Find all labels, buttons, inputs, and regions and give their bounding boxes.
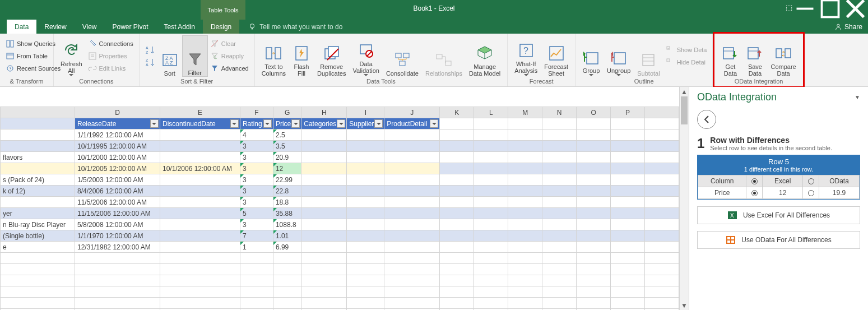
manage-data-model-button[interactable]: Manage Data Model	[466, 35, 504, 77]
odata-header-radio[interactable]	[808, 178, 814, 184]
table-row[interactable]: s (Pack of 24)1/5/2003 12:00:00 AM322.99	[1, 174, 679, 186]
sort-button[interactable]: Z AA Z Sort	[157, 35, 182, 77]
table-row[interactable]: 10/1/2005 12:00:00 AM10/1/2006 12:00:00 …	[1, 163, 679, 174]
column-header[interactable]: N	[542, 107, 577, 118]
recent-sources-button[interactable]: Recent Sources	[3, 62, 50, 75]
odata-value-radio[interactable]	[808, 190, 814, 196]
table-row[interactable]: 10/1/1995 12:00:00 AM33.5	[1, 141, 679, 152]
table-header[interactable]: DiscontinuedDate	[160, 118, 240, 129]
svg-text:A: A	[146, 46, 148, 50]
column-header[interactable]: J	[384, 107, 440, 118]
forecast-sheet-button[interactable]: Forecast Sheet	[541, 35, 572, 77]
remove-duplicates-button[interactable]: Remove Duplicates	[314, 35, 349, 77]
filter-dropdown-icon[interactable]	[337, 119, 345, 128]
minimize-button[interactable]	[792, 0, 818, 17]
remove-duplicates-label: Remove Duplicates	[317, 63, 346, 77]
filter-dropdown-icon[interactable]	[230, 119, 239, 128]
compare-data-button[interactable]: Compare Data	[767, 35, 799, 77]
share-button[interactable]: Share	[834, 20, 862, 34]
close-button[interactable]	[843, 0, 868, 17]
table-row[interactable]: 11/5/2006 12:00:00 AM318.8	[1, 197, 679, 208]
svg-rect-40	[587, 53, 598, 64]
table-row[interactable]: (Single bottle)1/1/1970 12:00:00 AM71.01	[1, 230, 679, 242]
table-row[interactable]: 1/1/1992 12:00:00 AM42.5	[1, 129, 679, 141]
table-header[interactable]: Price	[273, 118, 301, 129]
edit-links-label: Edit Links	[99, 65, 126, 72]
sort-desc-icon[interactable]: ZA	[145, 57, 155, 67]
table-row[interactable]: k of 12)8/4/2006 12:00:00 AM322.8	[1, 186, 679, 197]
table-header[interactable]: ReleaseDate	[75, 118, 160, 129]
table-header[interactable]: ProductDetail	[384, 118, 440, 129]
filter-dropdown-icon[interactable]	[291, 119, 300, 128]
save-data-button[interactable]: Save Data	[742, 35, 767, 77]
scroll-thumb[interactable]	[681, 96, 688, 124]
column-header[interactable]: H	[301, 107, 347, 118]
filter-dropdown-icon[interactable]	[430, 119, 438, 128]
show-queries-button[interactable]: Show Queries	[3, 38, 50, 50]
use-excel-all-button[interactable]: X Use Excel For All Differences	[697, 206, 860, 224]
excel-header-radio[interactable]	[751, 178, 758, 184]
table-row[interactable]: yer11/15/2006 12:00:00 AM535.88	[1, 208, 679, 219]
tab-view[interactable]: View	[75, 20, 105, 34]
connections-button[interactable]: Connections	[86, 38, 136, 50]
data-validation-button[interactable]: Data Validation	[349, 35, 383, 77]
what-if-analysis-button[interactable]: ?What-If Analysis	[511, 35, 541, 77]
clear-filter-button[interactable]: Clear	[208, 38, 251, 50]
maximize-button[interactable]	[818, 0, 843, 17]
reapply-button[interactable]: Reapply	[208, 50, 251, 62]
refresh-all-button[interactable]: Refresh All	[57, 35, 86, 77]
column-header[interactable]: K	[440, 107, 474, 118]
table-header[interactable]: Rating	[240, 118, 273, 129]
tab-design[interactable]: Design	[203, 20, 239, 34]
show-detail-button[interactable]: +Show Deta	[663, 44, 709, 56]
use-odata-all-button[interactable]: Use OData For All Differences	[697, 231, 860, 249]
excel-value-radio[interactable]	[751, 190, 758, 196]
scroll-down-icon[interactable]: ▼	[680, 300, 689, 310]
ungroup-button[interactable]: Ungroup	[604, 35, 634, 77]
worksheet-grid[interactable]: DEFGHIJKLMNOPReleaseDateDiscontinuedDate…	[0, 87, 679, 310]
column-header[interactable]: D	[75, 107, 160, 118]
back-button[interactable]	[697, 110, 716, 129]
text-to-columns-button[interactable]: Text to Columns	[258, 35, 289, 77]
tab-test-addin[interactable]: Test Addin	[156, 20, 203, 34]
column-header[interactable]: L	[474, 107, 508, 118]
vertical-scrollbar[interactable]: ▲ ▼	[679, 87, 689, 310]
table-header[interactable]: Categories	[301, 118, 347, 129]
tab-power-pivot[interactable]: Power Pivot	[105, 20, 156, 34]
column-header[interactable]: I	[347, 107, 384, 118]
filter-button[interactable]: Filter	[182, 35, 208, 77]
advanced-filter-button[interactable]: Advanced	[208, 62, 251, 75]
subtotal-icon	[639, 51, 657, 69]
from-table-button[interactable]: From Table	[3, 50, 50, 62]
properties-button[interactable]: Properties	[86, 50, 136, 62]
column-header[interactable]: M	[508, 107, 542, 118]
relationships-button[interactable]: Relationships	[422, 35, 466, 77]
filter-dropdown-icon[interactable]	[374, 119, 383, 128]
table-row[interactable]: e12/31/1982 12:00:00 AM16.99	[1, 242, 679, 253]
table-row[interactable]: flavors10/1/2000 12:00:00 AM320.9	[1, 152, 679, 163]
tab-review[interactable]: Review	[36, 20, 74, 34]
scroll-up-icon[interactable]: ▲	[680, 87, 689, 96]
column-header[interactable]: G	[273, 107, 301, 118]
column-header[interactable]: O	[577, 107, 611, 118]
table-header[interactable]: Supplier	[347, 118, 384, 129]
subtotal-button[interactable]: Subtotal	[634, 35, 663, 77]
column-header[interactable]: P	[611, 107, 645, 118]
hide-detail-button[interactable]: -Hide Detai	[663, 56, 709, 68]
get-data-button[interactable]: Get Data	[718, 35, 742, 77]
filter-dropdown-icon[interactable]	[150, 119, 159, 128]
flash-fill-button[interactable]: Flash Fill	[289, 35, 314, 77]
edit-links-button[interactable]: Edit Links	[86, 62, 136, 75]
group-button[interactable]: Group	[579, 35, 604, 77]
pane-menu-icon[interactable]: ▼	[855, 94, 860, 100]
from-table-label: From Table	[17, 53, 48, 59]
ribbon-display-options-icon[interactable]: ⬚	[786, 3, 792, 12]
tell-me-search[interactable]: Tell me what you want to do	[248, 20, 342, 34]
filter-dropdown-icon[interactable]	[263, 119, 272, 128]
column-header[interactable]: F	[240, 107, 273, 118]
tab-data[interactable]: Data	[7, 20, 36, 34]
consolidate-button[interactable]: Consolidate	[383, 35, 422, 77]
column-header[interactable]: E	[160, 107, 240, 118]
table-row[interactable]: n Blu-ray Disc Player5/8/2008 12:00:00 A…	[1, 219, 679, 230]
sort-asc-icon[interactable]: AZ	[145, 45, 155, 55]
